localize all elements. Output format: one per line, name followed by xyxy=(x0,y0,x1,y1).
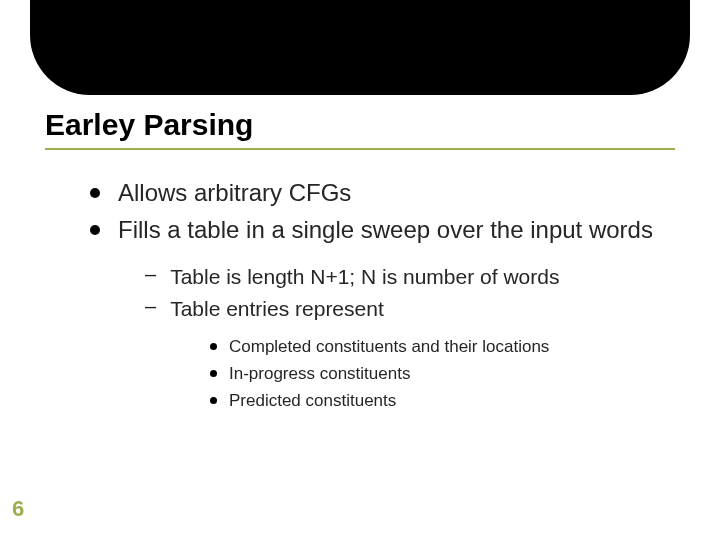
bullet-disc-icon xyxy=(90,225,100,235)
sub-sub-bullet-item: Predicted constituents xyxy=(210,390,680,413)
page-number: 6 xyxy=(12,496,24,522)
bullet-item: Allows arbitrary CFGs xyxy=(90,178,680,209)
bullet-disc-icon xyxy=(90,188,100,198)
slide-content: Allows arbitrary CFGs Fills a table in a… xyxy=(90,178,680,417)
sub-bullet-item: – Table entries represent xyxy=(145,295,680,322)
bullet-text: Allows arbitrary CFGs xyxy=(118,178,351,209)
sub-sub-bullet-item: In-progress constituents xyxy=(210,363,680,386)
bullet-text: Fills a table in a single sweep over the… xyxy=(118,215,653,246)
sub-bullet-item: – Table is length N+1; N is number of wo… xyxy=(145,263,680,290)
sub-bullet-text: Table entries represent xyxy=(170,295,384,322)
sub-bullet-list: – Table is length N+1; N is number of wo… xyxy=(145,263,680,322)
sub-sub-bullet-text: Completed constituents and their locatio… xyxy=(229,336,549,359)
title-underline xyxy=(45,148,675,150)
dash-icon: – xyxy=(145,263,156,286)
bullet-disc-icon xyxy=(210,397,217,404)
bullet-disc-icon xyxy=(210,370,217,377)
sub-sub-bullet-item: Completed constituents and their locatio… xyxy=(210,336,680,359)
header-bar xyxy=(30,0,690,95)
slide-title: Earley Parsing xyxy=(45,108,675,142)
sub-sub-bullet-text: In-progress constituents xyxy=(229,363,410,386)
bullet-item: Fills a table in a single sweep over the… xyxy=(90,215,680,246)
sub-bullet-text: Table is length N+1; N is number of word… xyxy=(170,263,559,290)
sub-sub-bullet-text: Predicted constituents xyxy=(229,390,396,413)
title-row: Earley Parsing xyxy=(45,108,675,150)
bullet-disc-icon xyxy=(210,343,217,350)
dash-icon: – xyxy=(145,295,156,318)
sub-sub-bullet-list: Completed constituents and their locatio… xyxy=(210,336,680,413)
